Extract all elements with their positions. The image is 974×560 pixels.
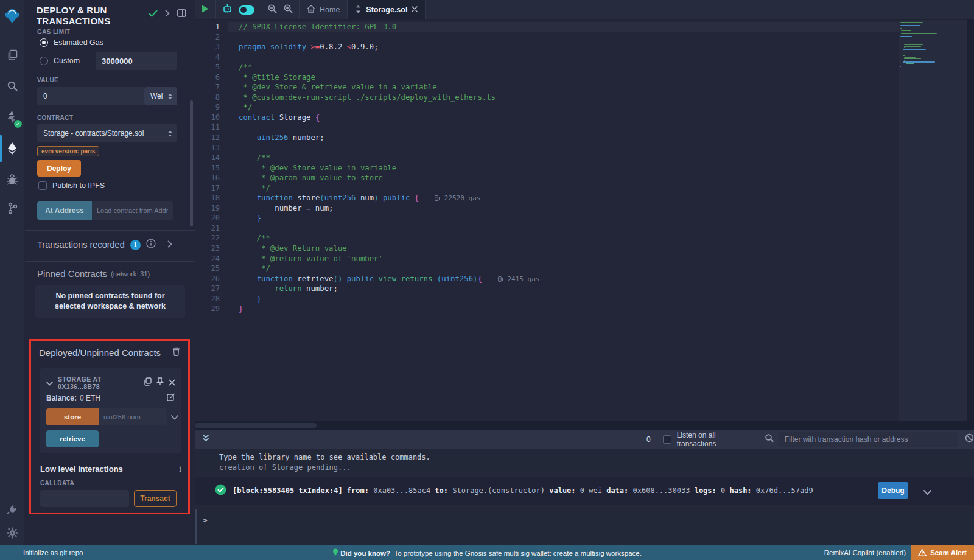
tx-expand-chevron-icon[interactable] [923, 486, 931, 498]
code-line: uint256 number; [228, 133, 974, 143]
editor-hscrollbar[interactable] [195, 421, 974, 430]
radio-unselected-icon[interactable] [40, 57, 48, 65]
collapse-chevron-icon[interactable] [46, 377, 53, 388]
custom-gas-input[interactable] [96, 52, 177, 70]
search-icon[interactable] [0, 74, 24, 98]
transactions-expand-chevron-icon[interactable] [167, 239, 172, 250]
file-explorer-icon[interactable] [0, 43, 24, 67]
contract-select[interactable]: Storage - contracts/Storage.sol [37, 124, 177, 142]
scam-alert-button[interactable]: Scam Alert [911, 545, 974, 560]
close-contract-icon[interactable] [169, 377, 175, 388]
panel-scrollbar[interactable] [190, 100, 193, 226]
gas-limit-label: GAS LIMIT [37, 29, 70, 35]
value-unit-select[interactable]: Wei [144, 87, 177, 105]
compile-success-badge: ✓ [14, 120, 22, 128]
code-line: * @custom:dev-run-script ./scripts/deplo… [228, 93, 974, 103]
remix-logo-icon[interactable] [0, 4, 24, 28]
panel-expand-chevron-icon[interactable] [165, 9, 170, 19]
at-address-button[interactable]: At Address [37, 201, 92, 220]
remix-ide-window: ✓ DEPLOY & RUN TRANSACTIONS GAS LIMIT Es… [0, 0, 974, 560]
copy-address-icon[interactable] [144, 377, 152, 388]
plugin-manager-icon[interactable] [0, 496, 24, 520]
publish-ipfs-checkbox[interactable] [38, 181, 47, 190]
copilot-toggle[interactable] [239, 5, 254, 15]
panel-ok-check-icon [149, 9, 158, 19]
transactions-count-badge: 1 [130, 240, 141, 250]
store-function-button[interactable]: store [46, 408, 99, 425]
code-line: pragma solidity >=0.8.2 <0.9.0; [228, 42, 974, 52]
estimated-gas-radio-label: Estimated Gas [54, 38, 103, 47]
value-input[interactable] [37, 87, 144, 105]
balance-value: 0 ETH [80, 394, 100, 402]
deploy-and-run-icon[interactable] [0, 136, 24, 161]
ai-copilot-segment [216, 0, 261, 19]
code-editor: Home Storage.sol 12345678910111213141516… [195, 0, 974, 421]
transact-button[interactable]: Transact [134, 490, 177, 507]
pin-panel-icon[interactable] [177, 9, 186, 19]
ai-robot-icon[interactable] [222, 4, 233, 16]
overview-ruler [967, 20, 974, 421]
radio-selected-icon[interactable] [40, 38, 48, 47]
tab-home[interactable]: Home [300, 0, 348, 19]
terminal-line: creation of Storage pending... [219, 463, 974, 473]
settings-gear-icon[interactable] [0, 520, 24, 545]
terminal-prompt[interactable]: > [203, 516, 208, 525]
zoom-in-icon[interactable] [283, 4, 293, 16]
debugger-icon[interactable] [0, 167, 24, 192]
code-line: /** [228, 233, 974, 243]
tab-storage-label: Storage.sol [366, 5, 407, 14]
code-line [228, 52, 974, 63]
terminal-log: Type the library name to see available c… [195, 449, 974, 473]
at-address-input[interactable] [92, 201, 173, 220]
close-tab-icon[interactable] [412, 5, 418, 14]
transaction-row[interactable]: [block:5583405 txIndex:4] from: 0xa03...… [195, 477, 974, 505]
terminal-scrollbar[interactable] [195, 509, 197, 544]
code-line: } [228, 304, 974, 314]
debug-button[interactable]: Debug [878, 482, 908, 499]
code-line: * @dev Store & retrieve value in a varia… [228, 82, 974, 93]
terminal[interactable]: Type the library name to see available c… [195, 449, 974, 545]
low-level-info-icon[interactable]: i [179, 465, 181, 474]
code-line: function retrieve() public view returns … [228, 274, 974, 284]
terminal-filter-input[interactable] [779, 432, 958, 447]
editor-topbar: Home Storage.sol [195, 0, 974, 20]
custom-gas-radio[interactable]: Custom [40, 57, 80, 65]
retrieve-function-button[interactable]: retrieve [46, 430, 99, 447]
code-line: */ [228, 264, 974, 274]
editor-minimap[interactable] [899, 20, 967, 421]
info-icon[interactable] [146, 239, 156, 251]
pin-contract-icon[interactable] [156, 377, 164, 388]
deployed-contract-card: STORAGE AT 0X136...8B78 Balance: 0 ETH s… [40, 368, 181, 453]
solidity-compiler-icon[interactable]: ✓ [0, 105, 24, 129]
trash-icon[interactable] [172, 347, 180, 359]
tx-success-icon [215, 484, 226, 498]
tab-storage-sol[interactable]: Storage.sol [348, 0, 426, 19]
zoom-segment [261, 0, 300, 19]
warning-triangle-icon [918, 549, 927, 556]
publish-ipfs-row[interactable]: Publish to IPFS [38, 181, 105, 190]
zoom-out-icon[interactable] [267, 4, 277, 16]
expand-terminal-icon[interactable] [202, 434, 209, 445]
copilot-status[interactable]: RemixAI Copilot (enabled) [824, 549, 906, 556]
calldata-input[interactable] [40, 490, 129, 507]
git-init-button[interactable]: Initialize as git repo [0, 549, 83, 556]
code-line: /** [228, 62, 974, 72]
store-args-input[interactable] [99, 408, 167, 425]
tab-home-label: Home [320, 5, 340, 14]
git-icon[interactable] [0, 196, 24, 220]
solidity-file-icon [355, 5, 362, 15]
estimated-gas-radio[interactable]: Estimated Gas [40, 38, 103, 47]
edit-balance-icon[interactable] [167, 393, 175, 404]
expand-args-chevron-icon[interactable] [171, 411, 178, 422]
listen-all-checkbox[interactable] [663, 435, 671, 444]
clear-console-icon[interactable] [965, 433, 974, 445]
lightbulb-icon [332, 548, 338, 557]
deploy-button[interactable]: Deploy [37, 160, 81, 177]
code-line [228, 122, 974, 133]
home-icon [307, 5, 315, 15]
contract-label: CONTRACT [37, 114, 73, 121]
tx-log-text: [block:5583405 txIndex:4] from: 0xa03...… [233, 486, 878, 495]
editor-code[interactable]: // SPDX-License-Identifier: GPL-3.0pragm… [228, 20, 974, 413]
icon-sidebar: ✓ [0, 0, 24, 545]
run-script-icon[interactable] [201, 4, 209, 16]
